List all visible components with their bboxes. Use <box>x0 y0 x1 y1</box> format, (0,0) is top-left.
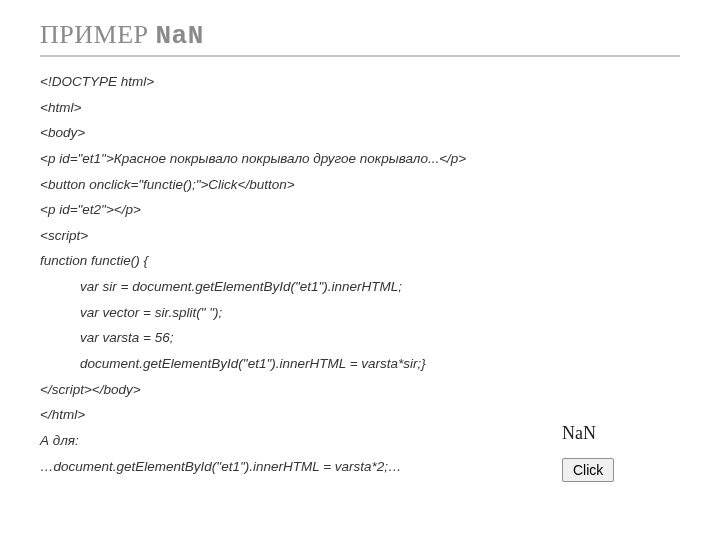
title-mono: NaN <box>155 21 203 51</box>
title-rule <box>40 55 680 57</box>
code-listing: <!DOCTYPE html> <html> <body> <p id="et1… <box>40 69 680 479</box>
code-line: function functie() { <box>40 248 680 274</box>
code-line: <p id="et1">Красное покрывало покрывало … <box>40 146 680 172</box>
code-line: <script> <box>40 223 680 249</box>
code-line: <!DOCTYPE html> <box>40 69 680 95</box>
click-button[interactable]: Click <box>562 458 614 482</box>
nan-output-text: NaN <box>562 423 682 444</box>
code-line: <p id="et2"></p> <box>40 197 680 223</box>
code-line: </script></body> <box>40 377 680 403</box>
code-line: <button onclick="functie();">Click</butt… <box>40 172 680 198</box>
output-preview: NaN Click <box>562 423 682 482</box>
code-line: var varsta = 56; <box>40 325 680 351</box>
code-line: var sir = document.getElementById("et1")… <box>40 274 680 300</box>
slide-title: ПРИМЕР NaN <box>40 20 680 51</box>
code-line: var vector = sir.split(" "); <box>40 300 680 326</box>
title-main: ПРИМЕР <box>40 20 155 49</box>
code-line: <html> <box>40 95 680 121</box>
code-line: <body> <box>40 120 680 146</box>
code-line: document.getElementById("et1").innerHTML… <box>40 351 680 377</box>
